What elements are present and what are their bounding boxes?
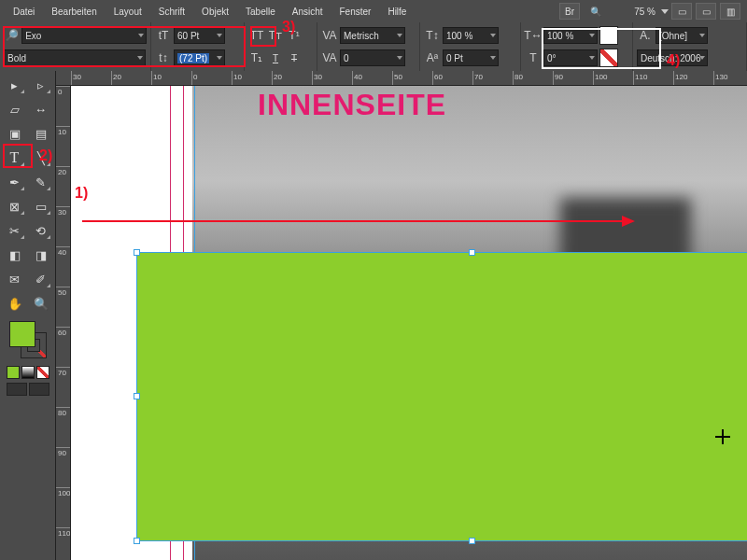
resize-handle[interactable] [134,249,140,256]
charstyle-dropdown[interactable]: [Ohne] [655,27,708,44]
menu-hilfe[interactable]: Hilfe [380,3,414,21]
charstyle-icon: A. [637,27,654,44]
content-collector-tool[interactable]: ▣ [4,123,26,144]
content-placer-tool[interactable]: ▤ [30,123,52,144]
kerning-icon: VA [321,27,338,44]
gradient-swatch-tool[interactable]: ◧ [4,245,26,265]
zoom-level[interactable]: 75 % [611,7,657,17]
menu-schrift[interactable]: Schrift [151,3,192,21]
menu-tabelle[interactable]: Tabelle [238,3,283,21]
baseline-icon: Aª [424,49,441,66]
arrange-icon[interactable]: ▥ [720,3,740,20]
resize-handle[interactable] [469,538,475,544]
subscript-icon[interactable]: T₁ [248,49,265,66]
strikethrough-icon[interactable]: T [286,49,303,66]
preview-view-icon[interactable] [29,383,49,396]
tracking-dropdown[interactable]: 0 [340,49,405,66]
rectangle-frame-tool[interactable]: ⊠ [4,196,26,217]
hscale-icon: T↔ [525,27,542,44]
transform-tool[interactable]: ⟲ [30,220,52,241]
screen-mode-icon[interactable]: ▭ [696,3,716,20]
view-mode-icon[interactable]: ▭ [671,3,692,20]
annotation-label-1: 1) [75,185,88,202]
kerning-dropdown[interactable]: Metrisch [340,27,405,44]
resize-handle[interactable] [134,538,140,544]
annotation-label-3: 3) [282,19,295,35]
note-tool[interactable]: ✉ [4,269,26,289]
fill-stroke-swatch[interactable] [7,319,49,360]
vertical-ruler[interactable]: 0102030405060708090100110120130 [56,86,71,560]
menu-fenster[interactable]: Fenster [332,3,379,21]
gap-tool[interactable]: ↔ [30,99,52,119]
menu-bearbeiten[interactable]: Bearbeiten [44,3,104,21]
selection-tool[interactable]: ▸ [4,75,26,95]
menu-bar: Datei Bearbeiten Layout Schrift Objekt T… [0,0,747,22]
direct-selection-tool[interactable]: ▹ [30,75,52,95]
scissors-tool[interactable]: ✂ [4,220,26,241]
type-tool[interactable]: T [4,147,26,168]
annotation-label-4: 4) [667,52,680,69]
page-heading: INNENSEITE [258,88,446,122]
place-cursor-icon [715,429,730,444]
eyedropper-tool[interactable]: ✐ [30,269,52,289]
allcaps-icon[interactable]: TT [248,27,265,44]
menu-objekt[interactable]: Objekt [194,3,236,21]
text-frame[interactable] [136,252,747,541]
apply-color-icon[interactable] [7,366,20,379]
resize-handle[interactable] [469,249,475,256]
pencil-tool[interactable]: ✎ [30,172,52,192]
control-bar: 🔎Exo Bold tT60 Pt t↕(72 Pt) TTTᴛT¹ T₁TT … [0,22,747,71]
gradient-feather-tool[interactable]: ◨ [30,245,52,265]
leading-icon: t↕ [155,49,172,66]
zoom-tool[interactable]: 🔍 [30,293,52,314]
search-icon[interactable]: 🔍 [590,7,601,17]
search-font-icon: 🔎 [4,27,20,44]
stroke-swatch[interactable] [599,49,618,67]
document-canvas[interactable]: INNENSEITE [71,86,747,560]
hscale-dropdown[interactable]: 100 % [543,27,598,44]
menu-layout[interactable]: Layout [106,3,149,21]
resize-handle[interactable] [134,393,140,399]
apply-none-icon[interactable] [36,366,49,379]
vscale-dropdown[interactable]: 100 % [443,27,499,44]
zoom-dropdown-icon[interactable] [661,9,669,14]
tracking-icon: VA [321,49,338,66]
annotation-arrow [82,220,633,222]
apply-gradient-icon[interactable] [21,366,35,379]
skew-icon: T [525,49,542,66]
fill-swatch[interactable] [599,26,618,45]
font-family-dropdown[interactable]: Exo [21,27,147,44]
normal-view-icon[interactable] [7,383,27,396]
underline-icon[interactable]: T [267,49,284,66]
hand-tool[interactable]: ✋ [4,293,26,314]
font-style-dropdown[interactable]: Bold [4,49,146,66]
skew-dropdown[interactable]: 0° [543,49,598,66]
horizontal-ruler[interactable]: 3020100102030405060708090100110120130140… [56,71,747,86]
menu-datei[interactable]: Datei [6,3,42,21]
vscale-icon: T↕ [424,27,441,44]
pen-tool[interactable]: ✒ [4,172,26,192]
baseline-dropdown[interactable]: 0 Pt [443,49,499,66]
leading-dropdown[interactable]: (72 Pt) [174,49,225,66]
font-size-icon: tT [155,27,172,44]
menu-ansicht[interactable]: Ansicht [285,3,331,21]
page-tool[interactable]: ▱ [4,99,26,119]
rectangle-tool[interactable]: ▭ [30,196,52,217]
font-size-dropdown[interactable]: 60 Pt [174,27,225,44]
bridge-button[interactable]: Br [559,3,580,20]
annotation-label-2: 2) [39,147,52,164]
tools-panel: ▸▹ ▱↔ ▣▤ T╲ ✒✎ ⊠▭ ✂⟲ ◧◨ ✉✐ ✋🔍 [0,71,56,560]
